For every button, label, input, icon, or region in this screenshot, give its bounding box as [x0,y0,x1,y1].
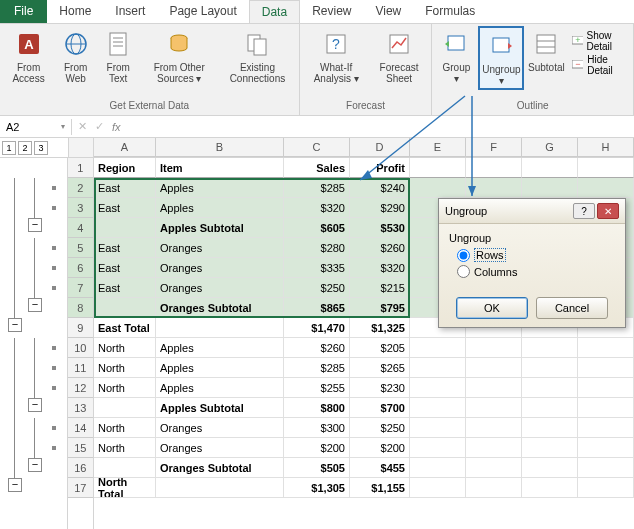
cell[interactable]: Oranges [156,278,284,298]
tab-view[interactable]: View [363,0,413,23]
cell[interactable]: Apples [156,378,284,398]
dialog-cancel-button[interactable]: Cancel [536,297,608,319]
cell[interactable] [578,178,634,198]
cell[interactable]: East [94,178,156,198]
row-header-8[interactable]: 8 [68,298,93,318]
cell[interactable]: North [94,418,156,438]
name-box[interactable]: A2 ▾ [0,119,72,135]
cell[interactable] [94,398,156,418]
cell[interactable]: $700 [350,398,410,418]
group-button[interactable]: Group ▾ [436,26,476,86]
cell[interactable]: $335 [284,258,350,278]
cell[interactable]: Apples [156,198,284,218]
row-header-10[interactable]: 10 [68,338,93,358]
row-header-16[interactable]: 16 [68,458,93,478]
tab-formulas[interactable]: Formulas [413,0,487,23]
outline-collapse-apples-north[interactable]: − [28,398,42,412]
cell[interactable]: North [94,358,156,378]
cell[interactable] [410,478,466,498]
cell[interactable] [578,458,634,478]
col-header-c[interactable]: C [284,138,350,156]
cell[interactable]: $260 [350,238,410,258]
tab-review[interactable]: Review [300,0,363,23]
cell[interactable] [466,338,522,358]
cell[interactable] [94,218,156,238]
cell[interactable]: $230 [350,378,410,398]
cell[interactable]: $250 [284,278,350,298]
cell[interactable] [410,398,466,418]
cell[interactable]: $320 [284,198,350,218]
cell[interactable]: $865 [284,298,350,318]
cell[interactable]: Apples [156,338,284,358]
cell[interactable]: $455 [350,458,410,478]
outline-collapse-north[interactable]: − [8,478,22,492]
cell[interactable]: $1,305 [284,478,350,498]
cell[interactable]: $320 [350,258,410,278]
cell[interactable]: East [94,198,156,218]
cell[interactable]: $280 [284,238,350,258]
cell[interactable]: $300 [284,418,350,438]
cell[interactable] [578,438,634,458]
from-access-button[interactable]: A From Access [4,26,53,86]
cell[interactable] [466,378,522,398]
cell[interactable] [94,298,156,318]
radio-columns[interactable]: Columns [457,265,615,278]
cell[interactable] [522,338,578,358]
row-header-15[interactable]: 15 [68,438,93,458]
outline-level-1[interactable]: 1 [2,141,16,155]
cell[interactable]: $1,470 [284,318,350,338]
cell[interactable]: $795 [350,298,410,318]
cell[interactable] [466,398,522,418]
row-header-4[interactable]: 4 [68,218,93,238]
cell[interactable]: Oranges [156,258,284,278]
from-other-sources-button[interactable]: From Other Sources ▾ [140,26,218,86]
cell[interactable]: North [94,338,156,358]
tab-insert[interactable]: Insert [103,0,157,23]
cell[interactable]: North [94,438,156,458]
outline-collapse-apples-east[interactable]: − [28,218,42,232]
cell[interactable] [522,438,578,458]
row-header-12[interactable]: 12 [68,378,93,398]
cell[interactable] [522,358,578,378]
fx-enter-icon[interactable]: ✓ [95,120,104,133]
whatif-button[interactable]: ? What-If Analysis ▾ [304,26,369,86]
cell[interactable]: North Total [94,478,156,498]
show-detail-button[interactable]: + Show Detail [572,30,625,52]
cell[interactable]: $290 [350,198,410,218]
cell[interactable]: $255 [284,378,350,398]
row-header-6[interactable]: 6 [68,258,93,278]
cell[interactable] [410,178,466,198]
existing-connections-button[interactable]: Existing Connections [220,26,294,86]
row-header-5[interactable]: 5 [68,238,93,258]
cell[interactable]: Apples [156,358,284,378]
cell[interactable]: $605 [284,218,350,238]
cell[interactable]: $285 [284,178,350,198]
from-text-button[interactable]: From Text [98,26,138,86]
col-header-b[interactable]: B [156,138,284,156]
outline-collapse-east[interactable]: − [8,318,22,332]
cell[interactable]: $505 [284,458,350,478]
cell[interactable]: $250 [350,418,410,438]
cell[interactable] [156,318,284,338]
dialog-close-button[interactable]: ✕ [597,203,619,219]
cell[interactable]: Apples Subtotal [156,218,284,238]
cell[interactable]: $1,155 [350,478,410,498]
cell[interactable] [466,418,522,438]
cell[interactable]: East Total [94,318,156,338]
col-header-a[interactable]: A [94,138,156,156]
cell[interactable] [466,438,522,458]
cell[interactable] [156,478,284,498]
dialog-ok-button[interactable]: OK [456,297,528,319]
tab-page-layout[interactable]: Page Layout [157,0,248,23]
cell[interactable] [466,358,522,378]
cell[interactable] [522,478,578,498]
cell[interactable]: $200 [350,438,410,458]
tab-home[interactable]: Home [47,0,103,23]
cell[interactable] [410,458,466,478]
col-header-g[interactable]: G [522,138,578,156]
cell[interactable]: $215 [350,278,410,298]
fx-cancel-icon[interactable]: ✕ [78,120,87,133]
ungroup-button[interactable]: Ungroup ▾ [478,26,524,90]
row-header-2[interactable]: 2 [68,178,93,198]
cell[interactable]: North [94,378,156,398]
